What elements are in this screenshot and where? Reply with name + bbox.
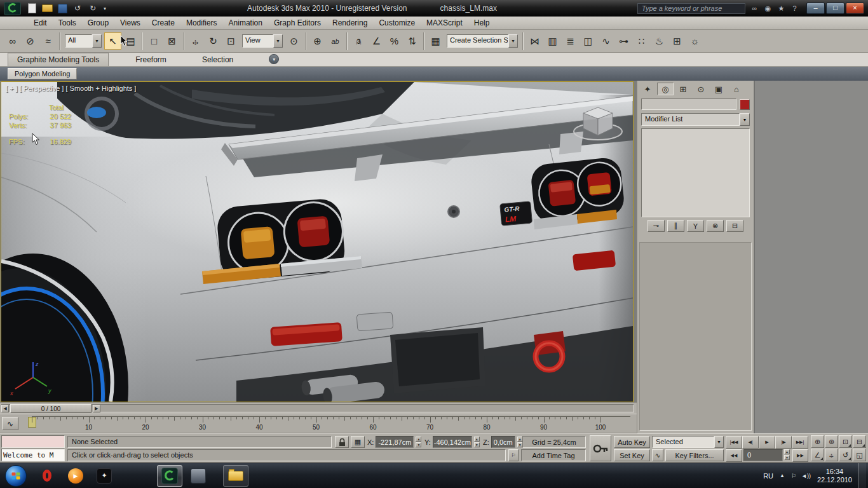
rendered-frame-window-icon[interactable]: ⊞ — [668, 32, 686, 50]
current-frame-field[interactable]: 0 — [743, 449, 783, 461]
select-and-move-icon[interactable]: ↔↕ — [187, 32, 204, 50]
taskbar-clock[interactable]: 16:34 22.12.2010 — [817, 468, 852, 484]
zoom-icon[interactable]: ⊕ — [811, 435, 824, 448]
zoom-all-icon[interactable]: ⊛ — [825, 435, 838, 448]
z-coordinate-field[interactable]: 0,0cm — [491, 436, 515, 448]
edit-named-selection-sets-icon[interactable]: ▦ — [427, 32, 444, 50]
viewport-3d-scene[interactable]: GT-R LM — [1, 82, 633, 402]
maxscript-mini-listener-macro[interactable] — [1, 435, 65, 448]
add-time-tag-button[interactable]: Add Time Tag — [521, 449, 586, 461]
ribbon-tab-selection[interactable]: Selection — [193, 53, 242, 66]
action-center-icon[interactable]: ⚐ — [791, 473, 796, 479]
render-setup-icon[interactable]: ♨ — [651, 32, 668, 50]
frame-spinner[interactable]: ▲▼ — [784, 449, 790, 460]
x-coordinate-field[interactable]: -221,87cm — [376, 436, 414, 448]
menu-edit[interactable]: Edit — [28, 17, 53, 29]
display-tab[interactable]: ▣ — [710, 83, 727, 95]
x-spinner[interactable]: ▲▼ — [416, 437, 421, 447]
reference-coordinate-system-dropdown[interactable]: View▼ — [242, 34, 283, 48]
configure-modifier-sets-icon[interactable]: ⊟ — [726, 220, 743, 232]
taskbar-opera-icon[interactable] — [34, 465, 60, 487]
infocenter-search-icon[interactable]: ∞ — [749, 3, 761, 14]
application-menu-button[interactable] — [4, 2, 21, 15]
go-to-end-button-2[interactable]: ▶▶ — [792, 449, 808, 462]
ribbon-minimize-button[interactable]: ▾ — [269, 54, 279, 64]
window-crossing-icon[interactable]: ⊠ — [163, 32, 180, 50]
taskbar-3dsmax-icon[interactable] — [157, 465, 182, 487]
time-slider-handle[interactable]: 0 / 100 — [10, 404, 92, 413]
key-mode-toggle-button[interactable]: ◀◀ — [726, 449, 742, 462]
rectangular-selection-region-icon[interactable]: □ — [146, 32, 163, 50]
angle-snap-icon[interactable]: ∠ — [368, 32, 385, 50]
zoom-region-icon[interactable]: ⊟ — [853, 435, 866, 448]
motion-tab[interactable]: ⊙ — [693, 83, 709, 95]
schematic-view-icon[interactable]: ⊶ — [615, 32, 632, 50]
menu-help[interactable]: Help — [468, 17, 496, 29]
snaps-toggle-icon[interactable]: ∩3 — [350, 32, 367, 50]
pan-view-icon[interactable]: ↔↕ — [825, 449, 838, 461]
pin-stack-icon[interactable]: ⊸ — [648, 220, 665, 232]
menu-maxscript[interactable]: MAXScript — [421, 17, 468, 29]
remove-modifier-icon[interactable]: ⊗ — [707, 220, 724, 232]
material-editor-icon[interactable]: ∷ — [633, 32, 650, 50]
language-indicator[interactable]: RU — [763, 472, 773, 480]
taskbar-app-icon[interactable] — [186, 465, 211, 487]
tray-overflow-arrow[interactable]: ▲ — [780, 473, 785, 478]
auto-key-button[interactable]: Auto Key — [614, 436, 650, 448]
hierarchy-tab[interactable]: ⊞ — [675, 83, 691, 95]
start-button[interactable] — [5, 465, 27, 487]
redo-icon[interactable]: ↻ — [86, 3, 100, 14]
modify-tab[interactable]: ◎ — [657, 83, 674, 95]
percent-snap-icon[interactable]: % — [386, 32, 403, 50]
menu-graph-editors[interactable]: Graph Editors — [268, 17, 327, 29]
time-slider-next-arrow[interactable]: ▶ — [93, 405, 100, 412]
menu-group[interactable]: Group — [82, 17, 114, 29]
menu-tools[interactable]: Tools — [53, 17, 82, 29]
ribbon-tab-freeform[interactable]: Freeform — [126, 53, 175, 66]
dropdown-arrow-icon[interactable]: ▼ — [714, 436, 724, 448]
selection-lock-toggle[interactable] — [335, 436, 349, 448]
select-object-icon[interactable]: ↖ — [104, 32, 121, 50]
dropdown-arrow-icon[interactable]: ▼ — [740, 113, 750, 126]
curve-editor-icon[interactable]: ∿ — [597, 32, 614, 50]
spinner-snap-icon[interactable]: ⇅ — [403, 32, 421, 50]
maxscript-mini-listener[interactable]: Welcome to M — [1, 449, 65, 461]
absolute-mode-transform-icon[interactable]: ▦ — [351, 436, 365, 448]
unlink-selection-icon[interactable]: ⊘ — [22, 32, 39, 50]
favorites-icon[interactable]: ★ — [775, 3, 787, 14]
viewcube[interactable] — [571, 98, 625, 146]
select-and-link-icon[interactable]: ∞ — [4, 32, 21, 50]
previous-frame-button[interactable]: ◀| — [742, 436, 759, 449]
render-production-icon[interactable]: ☼ — [686, 32, 703, 50]
select-and-scale-icon[interactable]: ⊡ — [222, 32, 240, 50]
field-of-view-icon[interactable]: ∠ — [811, 449, 824, 461]
close-button[interactable]: × — [846, 3, 864, 14]
mirror-icon[interactable]: ⋈ — [526, 32, 543, 50]
zoom-extents-icon[interactable]: ⊡ — [839, 435, 852, 448]
volume-icon[interactable]: ◄)) — [801, 473, 811, 479]
ribbon-tab-graphite-modeling-tools[interactable]: Graphite Modeling Tools — [8, 53, 109, 66]
minimize-button[interactable]: – — [806, 3, 825, 14]
taskbar-explorer-icon[interactable] — [223, 465, 248, 487]
open-mini-curve-editor-button[interactable]: ∿ — [2, 417, 18, 430]
go-to-end-button[interactable]: ▶▶| — [792, 436, 808, 449]
quick-access-dropdown-icon[interactable]: ▾ — [101, 3, 109, 14]
named-selection-sets-dropdown[interactable]: Create Selection Se▼ — [447, 34, 518, 48]
taskbar-utorrent-icon[interactable]: ✦ — [92, 465, 117, 487]
object-color-swatch[interactable] — [740, 99, 750, 110]
new-scene-icon[interactable] — [25, 3, 39, 14]
layer-manager-icon[interactable]: ≣ — [562, 32, 579, 50]
align-icon[interactable]: ▥ — [544, 32, 561, 50]
viewport-label[interactable]: [ + ] [ Perspective ] [ Smooth + Highlig… — [6, 85, 136, 92]
show-desktop-button[interactable] — [858, 463, 866, 488]
utilities-tab[interactable]: ⌂ — [728, 83, 745, 95]
help-icon[interactable]: ? — [789, 3, 801, 14]
make-unique-icon[interactable]: Y — [687, 220, 704, 232]
key-mode-dropdown[interactable]: Selected ▼ — [652, 436, 724, 448]
undo-icon[interactable]: ↺ — [71, 3, 85, 14]
y-coordinate-field[interactable]: -460,142cm — [433, 436, 472, 448]
menu-rendering[interactable]: Rendering — [327, 17, 373, 29]
use-pivot-point-center-icon[interactable]: ⊙ — [285, 32, 302, 50]
select-and-manipulate-icon[interactable]: ⊕ — [309, 32, 326, 50]
y-spinner[interactable]: ▲▼ — [474, 437, 480, 447]
